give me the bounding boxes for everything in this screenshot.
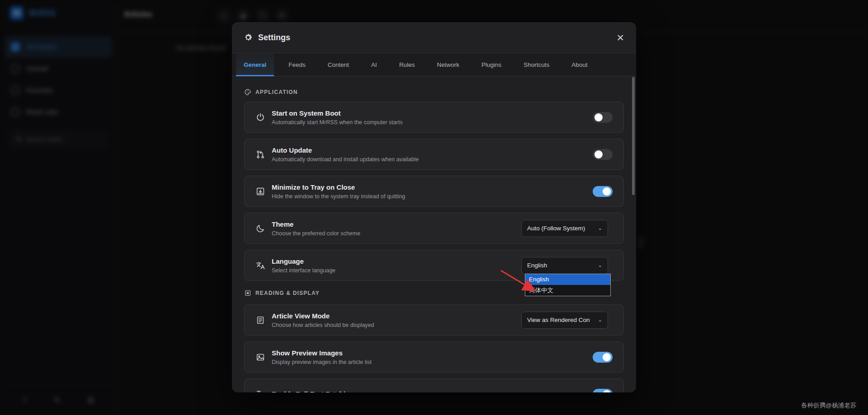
setting-row-minimize-tray: Minimize to Tray on Close Hide the windo… bbox=[244, 176, 624, 207]
theme-select-value: Auto (Follow System) bbox=[527, 225, 595, 232]
update-icon bbox=[255, 149, 265, 159]
tray-icon bbox=[255, 187, 265, 196]
tab-ai[interactable]: AI bbox=[363, 53, 385, 76]
setting-title: Article View Mode bbox=[272, 312, 521, 320]
setting-description: Select interface language bbox=[272, 267, 521, 274]
theme-select[interactable]: Auto (Follow System) ⌄ bbox=[521, 220, 608, 237]
setting-row-show-preview-images: Show Preview Images Display preview imag… bbox=[244, 341, 624, 373]
language-option-english[interactable]: English bbox=[525, 274, 610, 285]
close-icon[interactable]: ✕ bbox=[616, 33, 624, 42]
image-icon bbox=[255, 352, 265, 362]
settings-content: APPLICATION Start on System Boot Automat… bbox=[232, 76, 636, 392]
gear-icon bbox=[244, 33, 253, 42]
tab-rules[interactable]: Rules bbox=[392, 53, 423, 76]
setting-description: Hide the window to the system tray inste… bbox=[272, 193, 593, 200]
settings-modal: Settings ✕ General Feeds Content AI Rule… bbox=[232, 22, 636, 392]
setting-row-start-on-boot: Start on System Boot Automatically start… bbox=[244, 102, 624, 133]
language-dropdown-menu: English 简体中文 bbox=[525, 274, 611, 296]
tab-feeds[interactable]: Feeds bbox=[281, 53, 313, 76]
chevron-down-icon: ⌄ bbox=[598, 317, 602, 323]
settings-modal-header: Settings ✕ bbox=[232, 22, 636, 53]
toggle-show-preview-images[interactable] bbox=[593, 352, 613, 363]
section-application: APPLICATION bbox=[244, 87, 624, 97]
setting-title: Show Preview Images bbox=[272, 349, 593, 357]
setting-row-auto-update: Auto Update Automatically download and i… bbox=[244, 139, 624, 170]
tab-shortcuts[interactable]: Shortcuts bbox=[516, 53, 557, 76]
watermark-text: 各种折腾@杨浦老苏 bbox=[801, 401, 856, 410]
tab-about[interactable]: About bbox=[564, 53, 595, 76]
language-select[interactable]: English ⌄ bbox=[521, 257, 608, 274]
chevron-down-icon: ⌄ bbox=[598, 262, 602, 268]
setting-description: Choose the preferred color scheme bbox=[272, 230, 521, 237]
section-title: READING & DISPLAY bbox=[255, 290, 320, 296]
toggle-auto-update[interactable] bbox=[593, 149, 613, 160]
settings-tabbar: General Feeds Content AI Rules Network P… bbox=[232, 53, 636, 76]
tab-content[interactable]: Content bbox=[320, 53, 357, 76]
setting-row-theme: Theme Choose the preferred color scheme … bbox=[244, 213, 624, 244]
toggle-start-on-boot[interactable] bbox=[593, 112, 613, 123]
language-option-chinese[interactable]: 简体中文 bbox=[525, 285, 610, 296]
setting-title: Language bbox=[272, 257, 521, 265]
setting-title: Minimize to Tray on Close bbox=[272, 183, 593, 191]
setting-title: Auto Update bbox=[272, 146, 593, 154]
article-view-mode-value: View as Rendered Con bbox=[527, 317, 595, 323]
setting-row-full-text-fetching: Enable Full-Text Fetching bbox=[244, 378, 624, 392]
setting-description: Display preview images in the article li… bbox=[272, 359, 593, 365]
tab-plugins[interactable]: Plugins bbox=[474, 53, 509, 76]
settings-title: Settings bbox=[258, 33, 290, 42]
article-view-mode-select[interactable]: View as Rendered Con ⌄ bbox=[521, 312, 608, 329]
toggle-full-text-fetching[interactable] bbox=[593, 389, 613, 393]
modal-scrollbar-thumb[interactable] bbox=[632, 77, 635, 195]
setting-description: Automatically start MrRSS when the compu… bbox=[272, 119, 593, 126]
tab-network[interactable]: Network bbox=[429, 53, 467, 76]
power-icon bbox=[255, 112, 265, 122]
setting-title: Start on System Boot bbox=[272, 109, 593, 117]
setting-title: Theme bbox=[272, 220, 521, 228]
languages-icon bbox=[255, 261, 265, 270]
chevron-down-icon: ⌄ bbox=[598, 225, 602, 231]
layout-icon bbox=[244, 289, 251, 297]
setting-title: Enable Full-Text Fetching bbox=[272, 390, 593, 392]
section-title: APPLICATION bbox=[255, 89, 298, 95]
toggle-minimize-tray[interactable] bbox=[593, 186, 613, 197]
tab-general[interactable]: General bbox=[236, 53, 274, 76]
moon-icon bbox=[255, 224, 265, 233]
text-lines-icon bbox=[255, 389, 265, 393]
palette-icon bbox=[244, 89, 251, 96]
setting-row-article-view-mode: Article View Mode Choose how articles sh… bbox=[244, 304, 624, 336]
language-select-value: English bbox=[527, 262, 595, 269]
setting-description: Choose how articles should be displayed bbox=[272, 322, 521, 328]
document-icon bbox=[255, 315, 265, 325]
setting-description: Automatically download and install updat… bbox=[272, 156, 593, 163]
app-window: M MrRSS All Articles Unread Favorites bbox=[0, 0, 868, 415]
